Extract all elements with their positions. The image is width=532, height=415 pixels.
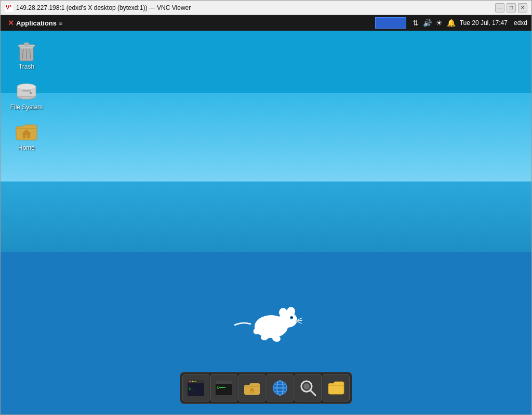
- minimize-button[interactable]: —: [495, 3, 504, 12]
- active-window-indicator[interactable]: [375, 17, 406, 29]
- filesystem-label: File System: [10, 103, 43, 111]
- bg-stripe-1: [1, 31, 531, 93]
- dock: $ _ $: [180, 372, 352, 404]
- dock-item-browser[interactable]: [267, 374, 294, 401]
- close-button[interactable]: ✕: [518, 3, 527, 12]
- filesystem-icon-svg: [14, 79, 39, 103]
- terminal-window-icon: $ _: [187, 379, 205, 397]
- applications-menu-button[interactable]: ✕ Applications ≡: [5, 18, 66, 28]
- svg-point-9: [17, 84, 36, 90]
- dock-item-home-folder[interactable]: [238, 374, 265, 401]
- apps-menu-icon: ≡: [59, 19, 63, 27]
- svg-point-11: [30, 92, 32, 94]
- maximize-button[interactable]: □: [507, 3, 516, 12]
- svg-text:$ _: $ _: [189, 387, 195, 391]
- desktop: ✕ Applications ≡ ⇅ 🔊 ☀ 🔔 Tue 20 Jul, 17:…: [1, 15, 531, 414]
- home-icon-svg: [14, 119, 39, 144]
- user-label: edxd: [512, 19, 527, 27]
- svg-rect-3: [24, 43, 29, 45]
- svg-point-28: [192, 381, 194, 382]
- svg-rect-34: [219, 387, 225, 388]
- dock-item-terminal-window[interactable]: $ _: [182, 374, 209, 401]
- search-icon: [299, 379, 317, 397]
- dock-item-files[interactable]: [323, 374, 350, 401]
- title-bar: V² 149.28.227.198:1 (edxd's X desktop (b…: [1, 1, 531, 15]
- svg-point-15: [287, 307, 295, 316]
- applications-label: Applications: [16, 19, 57, 27]
- files-icon: [327, 379, 345, 397]
- vnc-logo: V²: [5, 4, 13, 12]
- volume-icon[interactable]: 🔊: [423, 19, 432, 27]
- svg-point-17: [291, 317, 293, 318]
- taskbar-top: ✕ Applications ≡ ⇅ 🔊 ☀ 🔔 Tue 20 Jul, 17:…: [1, 15, 531, 31]
- title-bar-controls: — □ ✕: [495, 3, 527, 12]
- trash-icon[interactable]: Trash: [6, 36, 47, 72]
- bg-stripe-2: [1, 93, 531, 181]
- dock-item-search[interactable]: [295, 374, 322, 401]
- mouse-mascot-svg: [230, 293, 302, 345]
- bg-stripe-3: [1, 181, 531, 252]
- filesystem-icon[interactable]: File System: [6, 76, 47, 113]
- mouse-mascot: [230, 293, 302, 347]
- svg-rect-32: [216, 381, 232, 384]
- svg-point-29: [195, 381, 196, 382]
- home-label: Home: [18, 144, 35, 151]
- desktop-icons: Trash File System: [6, 36, 47, 153]
- trash-label: Trash: [19, 63, 34, 70]
- xfce-icon: ✕: [8, 19, 14, 27]
- terminal-icon: $: [215, 379, 233, 397]
- svg-rect-10: [22, 90, 31, 92]
- desktop-background[interactable]: Trash File System: [1, 31, 531, 414]
- taskbar-right: ⇅ 🔊 ☀ 🔔 Tue 20 Jul, 17:47 edxd: [406, 19, 527, 27]
- title-bar-text: 149.28.227.198:1 (edxd's X desktop (byte…: [16, 4, 492, 11]
- home-icon[interactable]: Home: [6, 117, 47, 153]
- power-icon[interactable]: ☀: [436, 19, 443, 27]
- dock-item-terminal[interactable]: $: [210, 374, 237, 401]
- svg-line-19: [298, 318, 302, 320]
- svg-line-42: [310, 390, 315, 395]
- svg-line-21: [298, 322, 302, 323]
- network-icon[interactable]: ⇅: [413, 19, 419, 27]
- vnc-window: V² 149.28.227.198:1 (edxd's X desktop (b…: [0, 0, 532, 415]
- svg-point-43: [303, 383, 310, 390]
- svg-text:$: $: [217, 386, 219, 390]
- datetime-label: Tue 20 Jul, 17:47: [460, 19, 508, 27]
- home-folder-icon: [243, 379, 261, 397]
- notifications-icon[interactable]: 🔔: [447, 19, 456, 27]
- svg-point-14: [279, 308, 287, 317]
- browser-icon: [271, 379, 289, 397]
- trash-icon-svg: [14, 38, 39, 63]
- svg-point-27: [190, 381, 191, 382]
